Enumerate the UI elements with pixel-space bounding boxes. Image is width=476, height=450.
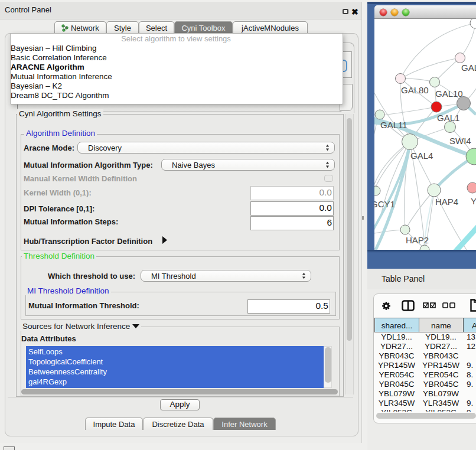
svg-text:GAL4: GAL4 (410, 151, 433, 161)
svg-text:GAL10: GAL10 (435, 89, 463, 99)
svg-text:Y: Y (471, 196, 476, 206)
svg-text:GAL: GAL (461, 63, 476, 73)
svg-text:HAP2: HAP2 (406, 235, 429, 245)
svg-text:GAL11: GAL11 (380, 120, 407, 130)
svg-text:GAL80: GAL80 (401, 85, 429, 95)
svg-text:GAL1: GAL1 (437, 113, 459, 123)
svg-text:HAP4: HAP4 (435, 197, 458, 207)
svg-text:GCY1: GCY1 (374, 199, 395, 209)
svg-text:SWI4: SWI4 (449, 136, 471, 146)
